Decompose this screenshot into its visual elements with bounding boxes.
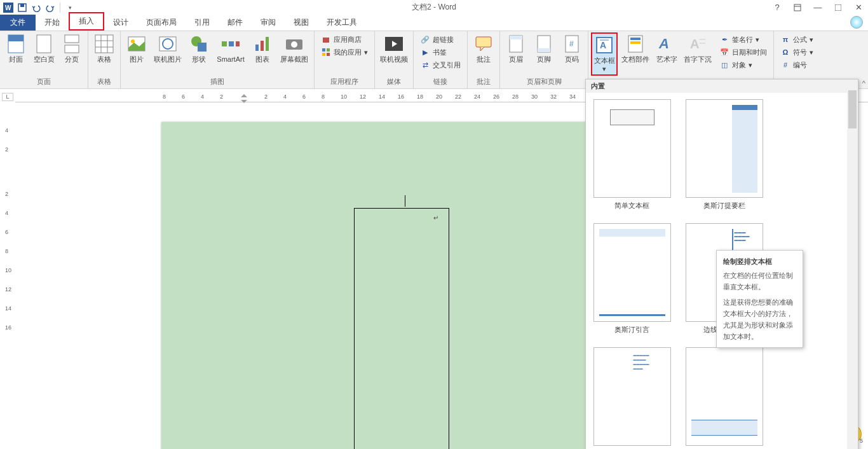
file-tab[interactable]: 文件 [0, 15, 36, 31]
ribbon-display-icon[interactable] [791, 1, 804, 14]
svg-rect-39 [510, 36, 522, 39]
svg-rect-25 [236, 41, 240, 46]
svg-point-30 [291, 41, 297, 48]
table-button[interactable]: 表格 [91, 32, 118, 65]
svg-rect-9 [37, 35, 51, 53]
tab-design[interactable]: 设计 [104, 15, 137, 31]
svg-text:W: W [5, 4, 11, 11]
gallery-item-sideline-3[interactable]: 要栏 [684, 347, 764, 449]
tooltip: 绘制竖排文本框 在文档的任何位置绘制垂直文本框。 这是获得您想要的准确文本框大小… [716, 250, 803, 348]
group-illustrations-label: 插图 [210, 76, 224, 88]
page-break-button[interactable]: 分页 [58, 32, 85, 65]
tab-layout[interactable]: 页面布局 [137, 15, 186, 31]
svg-rect-10 [65, 35, 79, 43]
svg-rect-24 [229, 41, 234, 46]
minimize-icon[interactable]: — [811, 1, 824, 14]
close-icon[interactable]: ✕ [852, 1, 865, 14]
signature-line-button[interactable]: ✒签名行 ▾ [717, 34, 770, 45]
header-button[interactable]: 页眉 [503, 32, 529, 65]
svg-rect-4 [794, 4, 801, 11]
number-button[interactable]: #编号 [778, 59, 816, 71]
group-media-label: 媒体 [387, 76, 401, 88]
svg-rect-49 [630, 41, 641, 44]
group-header-footer-label: 页眉和页脚 [527, 76, 562, 88]
tab-insert[interactable]: 插入 [69, 12, 104, 31]
redo-icon[interactable] [44, 1, 57, 14]
svg-rect-12 [95, 35, 113, 53]
paragraph-mark: ↵ [433, 214, 438, 221]
smartart-button[interactable]: SmartArt [214, 32, 248, 65]
blank-page-button[interactable]: 空白页 [31, 32, 57, 65]
gallery-item-austin-quote[interactable]: 奥斯汀引言 [592, 223, 672, 335]
chart-button[interactable]: 图表 [249, 32, 276, 65]
symbol-button[interactable]: Ω符号 ▾ [778, 46, 816, 58]
window-title: 文档2 - Word [412, 2, 456, 13]
svg-rect-32 [322, 48, 325, 52]
svg-rect-6 [835, 4, 841, 11]
group-pages-label: 页面 [37, 76, 51, 88]
dropdown-scrollbar[interactable] [847, 90, 858, 449]
quickparts-button[interactable]: 文档部件 [619, 32, 652, 65]
undo-icon[interactable] [30, 1, 43, 14]
gallery-item-simple-textbox[interactable]: 简单文本框 [592, 99, 672, 211]
save-icon[interactable] [16, 1, 29, 14]
tab-home[interactable]: 开始 [36, 15, 69, 31]
my-apps-button[interactable]: 我的应用 ▾ [318, 46, 370, 58]
maximize-icon[interactable] [832, 1, 844, 14]
tab-review[interactable]: 审阅 [252, 15, 285, 31]
screenshot-button[interactable]: 屏幕截图 [277, 32, 311, 65]
svg-rect-27 [261, 41, 264, 51]
svg-rect-31 [323, 38, 329, 43]
svg-rect-23 [222, 41, 227, 46]
group-apps-label: 应用程序 [330, 76, 358, 88]
group-comments-label: 批注 [477, 76, 491, 88]
svg-rect-28 [266, 37, 269, 51]
qat-separator [60, 3, 60, 13]
equation-button[interactable]: π公式 ▾ [778, 34, 816, 45]
hyperlink-button[interactable]: 🔗超链接 [417, 34, 463, 45]
tab-view[interactable]: 视图 [285, 15, 318, 31]
pictures-button[interactable]: 图片 [123, 32, 150, 65]
tooltip-title: 绘制竖排文本框 [723, 256, 796, 267]
gallery-item-sideline-2[interactable]: ▬▬▬▬▬▬▬▬▬▬▬▬▬▬▬▬▬ 边线 [592, 347, 672, 449]
ruler-corner[interactable]: L [2, 93, 13, 101]
assistant-icon[interactable] [850, 16, 863, 29]
svg-rect-8 [8, 35, 24, 41]
tab-references[interactable]: 引用 [186, 15, 219, 31]
comment-button[interactable]: 批注 [470, 32, 497, 65]
online-pictures-button[interactable]: 联机图片 [151, 32, 184, 65]
app-store-button[interactable]: 应用商店 [318, 34, 370, 45]
vertical-textbox[interactable] [354, 208, 449, 449]
help-icon[interactable]: ? [771, 1, 783, 14]
collapse-ribbon-icon[interactable]: ^ [862, 79, 865, 87]
indent-marker[interactable] [241, 94, 247, 102]
date-time-button[interactable]: 📅日期和时间 [717, 46, 770, 58]
svg-rect-3 [20, 4, 24, 7]
cross-reference-button[interactable]: ⇄交叉引用 [417, 59, 463, 71]
object-button[interactable]: ◫对象 ▾ [717, 59, 770, 71]
text-cursor [405, 195, 405, 207]
textbox-button[interactable]: A文本框▾ [591, 32, 618, 76]
svg-rect-22 [198, 43, 207, 52]
tab-mailings[interactable]: 邮件 [219, 15, 252, 31]
svg-text:A: A [658, 36, 669, 52]
footer-button[interactable]: 页脚 [531, 32, 557, 65]
cover-page-button[interactable]: 封面 [3, 32, 29, 65]
dropcap-button[interactable]: A首字下沉 [681, 32, 714, 65]
svg-rect-33 [327, 48, 330, 52]
svg-rect-35 [327, 53, 330, 56]
group-tables-label: 表格 [97, 76, 111, 88]
svg-text:A: A [600, 40, 606, 50]
shapes-button[interactable]: 形状 [186, 32, 212, 65]
bookmark-button[interactable]: ▶书签 [417, 46, 463, 58]
gallery-item-austin-sidebar[interactable]: 奥斯汀提要栏 [684, 99, 764, 211]
vertical-ruler[interactable]: 4 2 2 4 6 8 10 12 14 16 [2, 103, 13, 449]
page-number-button[interactable]: #页码 [559, 32, 585, 65]
dropdown-header: 内置 [586, 79, 858, 93]
svg-text:A: A [690, 37, 699, 51]
online-video-button[interactable]: 联机视频 [377, 32, 410, 65]
tab-developer[interactable]: 开发工具 [318, 15, 366, 31]
group-links-label: 链接 [433, 76, 447, 88]
wordart-button[interactable]: A艺术字 [653, 32, 680, 65]
svg-rect-26 [255, 45, 259, 51]
